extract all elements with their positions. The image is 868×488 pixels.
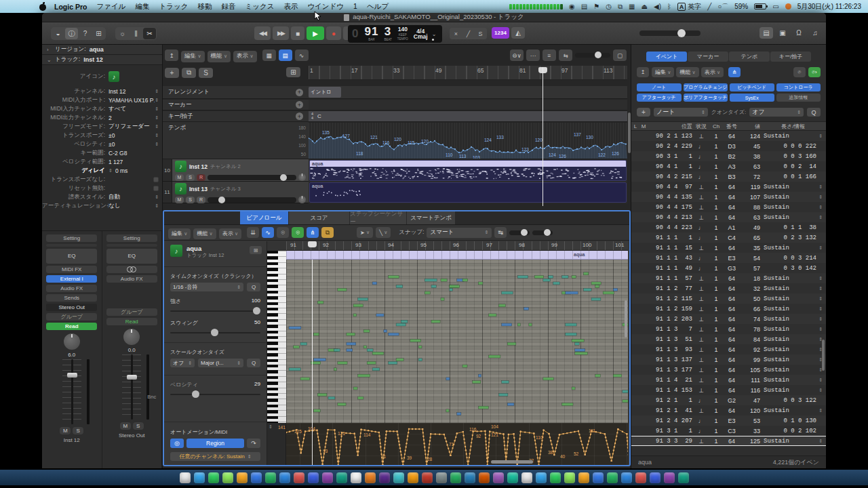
event-value[interactable]: 84 — [741, 336, 760, 343]
dock-app-icon[interactable] — [564, 472, 575, 483]
audio-fx-slot[interactable]: Audio FX — [46, 285, 97, 292]
event-position[interactable]: 91 1 1 49 — [648, 265, 692, 272]
stepper-icon[interactable]: ⇕ — [818, 317, 826, 322]
event-value[interactable]: 50 — [741, 296, 760, 302]
event-row[interactable]: 91 1 3 137 1 64 99 Sustain⇕ — [631, 354, 826, 365]
track-pan-knob[interactable] — [298, 174, 306, 181]
pencil-tool-select[interactable]: ╲ ∨ — [376, 227, 391, 238]
volume-fader[interactable]: Bnc — [118, 354, 145, 420]
event-channel[interactable]: 1 — [710, 316, 722, 323]
param-row[interactable]: ベロシティ: ⇕ ±0 ⇕ — [42, 140, 162, 148]
event-length[interactable]: Sustain — [760, 367, 789, 373]
event-value[interactable]: 124 — [741, 133, 760, 140]
track-volume-slider[interactable] — [208, 197, 296, 203]
stop-button[interactable]: ■ — [291, 26, 304, 40]
strength-slider[interactable] — [170, 307, 260, 314]
scale-root-select[interactable]: オフ⇕ — [170, 359, 195, 367]
event-value[interactable]: 33 — [741, 428, 760, 434]
event-number[interactable]: 64 — [722, 336, 741, 343]
event-position[interactable]: 90 4 4 175 — [648, 204, 692, 211]
add-panel-icon[interactable]: ⊞ — [250, 246, 262, 254]
param-value[interactable]: なし — [108, 202, 155, 210]
track-icon[interactable]: ♪ — [175, 161, 186, 172]
event-filter-chip[interactable]: ポリアフタータッチ — [684, 94, 728, 102]
event-position[interactable]: 90 4 1 1 — [648, 163, 692, 170]
event-length[interactable]: Sustain — [760, 275, 789, 282]
menu-item[interactable]: ファイル — [96, 2, 125, 10]
midi-in-icon[interactable]: ⌾ — [277, 227, 289, 238]
more-tools-icon[interactable]: ⋯ — [526, 49, 540, 61]
event-channel[interactable]: 1 — [710, 214, 722, 221]
event-value[interactable]: 53 — [741, 418, 760, 424]
menu-button[interactable]: 編集 ∨ — [168, 228, 191, 239]
stepper-icon[interactable]: ⇕ — [155, 98, 159, 103]
stepper-icon[interactable]: ⇕ — [818, 205, 826, 210]
grid-view-icon[interactable]: ▦ — [262, 49, 276, 61]
event-row[interactable]: 91 1 1 1 1 C4 65 0 2 3 132⇕ — [631, 232, 826, 243]
midi-keyboard-icon[interactable]: ▦ — [629, 3, 635, 10]
automation-channel-select[interactable]: 任意のチャンネル: Sustain⇕ — [170, 452, 260, 461]
event-row[interactable]: 90 4 2 215 1 B3 72 0 0 1 166⇕ — [631, 171, 826, 182]
param-value[interactable]: ±0 — [108, 141, 155, 148]
editor-tab[interactable]: ステップシーケンサー — [350, 211, 407, 224]
event-row[interactable]: 90 3 1 1 1 B2 38 0 0 3 160⇕ — [631, 151, 826, 161]
event-position[interactable]: 90 4 4 97 — [648, 184, 692, 190]
event-value[interactable]: 32 — [741, 285, 760, 292]
param-value[interactable]: 2 — [108, 115, 155, 121]
col-value[interactable]: 値 — [741, 123, 760, 130]
event-number[interactable]: 64 — [722, 326, 741, 333]
menu-item[interactable]: 1 — [353, 2, 357, 10]
dock-app-icon[interactable] — [678, 472, 689, 483]
event-row[interactable]: 91 1 3 177 1 64 105 Sustain⇕ — [631, 365, 826, 375]
slider-knob[interactable] — [677, 29, 686, 37]
dock-app-icon[interactable] — [521, 472, 532, 483]
stepper-icon[interactable]: ⇕ — [155, 133, 159, 138]
event-position[interactable]: 91 1 2 115 — [648, 296, 692, 302]
event-length[interactable]: Sustain — [760, 214, 789, 221]
menu-button[interactable]: 編集 ∨ — [652, 67, 674, 77]
event-position[interactable]: 90 4 2 215 — [648, 174, 692, 180]
event-row[interactable]: 91 1 1 15 1 64 35 Sustain⇕ — [631, 243, 826, 253]
event-position[interactable]: 91 2 1 41 — [648, 407, 692, 414]
solo-button[interactable]: S — [186, 174, 195, 181]
event-length[interactable]: 0 1 0 130 — [760, 418, 826, 424]
event-number[interactable]: D3 — [722, 143, 741, 150]
solo-off-button[interactable]: S — [199, 68, 213, 78]
event-number[interactable]: G3 — [722, 265, 741, 272]
param-value[interactable]: ±0 — [108, 132, 155, 139]
record-status-icon[interactable]: ◉ — [569, 3, 575, 10]
event-value[interactable]: 72 — [741, 174, 760, 180]
event-length[interactable]: Sustain — [760, 387, 789, 394]
event-length[interactable]: Sustain — [760, 296, 789, 302]
dock-app-icon[interactable] — [493, 472, 504, 483]
menu-item[interactable]: 移動 — [197, 2, 212, 10]
metronome-button[interactable]: ◭ — [511, 27, 525, 39]
list-tab[interactable]: キー/拍子 — [770, 52, 811, 62]
dock-app-icon[interactable] — [265, 472, 276, 483]
dock-app-icon[interactable] — [237, 472, 248, 483]
param-row[interactable]: キー範囲: ⇕ C-2 G8 ⇕ — [42, 148, 162, 157]
event-channel[interactable]: 1 — [710, 153, 722, 160]
dock-app-icon[interactable] — [621, 472, 632, 483]
hierarchy-up-icon[interactable]: ↥ — [637, 67, 649, 77]
arrangement-marker[interactable]: イントロ — [309, 87, 341, 98]
snap-select[interactable]: スマート⇕ — [427, 228, 492, 238]
col-number[interactable]: 番号 — [722, 123, 741, 130]
event-position[interactable]: 91 1 3 51 — [648, 336, 692, 343]
event-length[interactable]: Sustain — [760, 316, 789, 323]
param-value[interactable]: 自動 — [108, 193, 155, 201]
event-number[interactable]: 64 — [722, 296, 741, 302]
automation-power-button[interactable]: ◎ — [170, 439, 184, 448]
event-value[interactable]: 18 — [741, 275, 760, 282]
event-length[interactable]: 0 0 0 222 — [760, 143, 826, 150]
event-length[interactable]: Sustain — [760, 336, 789, 343]
playhead[interactable] — [542, 67, 543, 206]
group-slot[interactable]: グループ — [46, 313, 97, 321]
smart-controls-icon[interactable]: ☼ — [116, 28, 129, 39]
event-length[interactable]: 0 0 3 160 — [760, 153, 826, 160]
volume-fader[interactable] — [58, 359, 85, 424]
solo-button[interactable]: S — [133, 422, 144, 430]
event-position[interactable]: 90 2 4 229 — [648, 143, 692, 150]
event-value[interactable]: 65 — [741, 235, 760, 241]
stepper-icon[interactable]: ⇕ — [155, 89, 159, 94]
